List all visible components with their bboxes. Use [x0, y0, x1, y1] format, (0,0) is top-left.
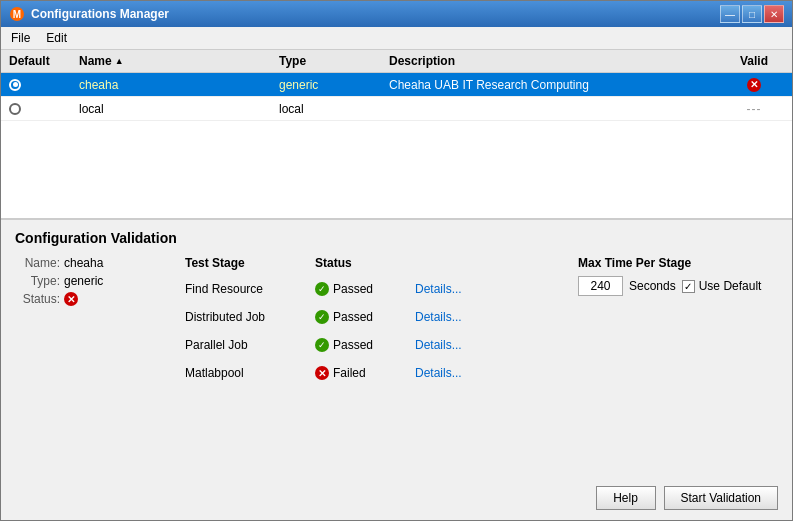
title-bar: M Configurations Manager — □ ✕ — [1, 1, 792, 27]
stage-row: Parallel Job ✓ Passed Details... — [185, 334, 578, 356]
row2-valid: --- — [724, 102, 784, 116]
details-link-1[interactable]: Details... — [415, 310, 462, 324]
max-time-row: Seconds ✓ Use Default — [578, 276, 778, 296]
menu-file[interactable]: File — [5, 29, 36, 47]
app-icon: M — [9, 6, 25, 22]
row1-name: cheaha — [79, 78, 279, 92]
stage-status-2: ✓ Passed — [315, 338, 415, 352]
check-icon: ✓ — [315, 282, 329, 296]
max-time-label: Max Time Per Stage — [578, 256, 778, 270]
stage-row: Distributed Job ✓ Passed Details... — [185, 306, 578, 328]
row2-default — [9, 103, 79, 115]
window-controls: — □ ✕ — [720, 5, 784, 23]
use-default-label: Use Default — [699, 279, 762, 293]
row1-type: generic — [279, 78, 389, 92]
config-table: Default Name ▲ Type Description Valid ch… — [1, 50, 792, 220]
row1-valid: ✕ — [724, 78, 784, 92]
menu-bar: File Edit — [1, 27, 792, 50]
stage-name-1: Distributed Job — [185, 310, 315, 324]
status-label: Status: — [15, 292, 60, 306]
validation-body: Name: cheaha Type: generic Status: ✕ Tes… — [15, 256, 778, 510]
validation-section: Configuration Validation Name: cheaha Ty… — [1, 220, 792, 520]
type-label: Type: — [15, 274, 60, 288]
stage-status-text-2: Passed — [333, 338, 373, 352]
max-time-input[interactable] — [578, 276, 623, 296]
info-name-row: Name: cheaha — [15, 256, 175, 270]
name-value: cheaha — [64, 256, 103, 270]
status-error-icon: ✕ — [64, 292, 78, 306]
row1-desc: Cheaha UAB IT Research Computing — [389, 78, 724, 92]
close-button[interactable]: ✕ — [764, 5, 784, 23]
right-panel: Max Time Per Stage Seconds ✓ Use Default… — [578, 256, 778, 510]
header-default: Default — [9, 54, 79, 68]
info-status-row: Status: ✕ — [15, 292, 175, 306]
header-desc: Description — [389, 54, 724, 68]
stage-details-3[interactable]: Details... — [415, 366, 495, 380]
check-icon: ✓ — [315, 338, 329, 352]
sort-arrow-icon: ▲ — [115, 56, 124, 66]
row1-default — [9, 79, 79, 91]
stage-status-0: ✓ Passed — [315, 282, 415, 296]
table-row[interactable]: cheaha generic Cheaha UAB IT Research Co… — [1, 73, 792, 97]
maximize-button[interactable]: □ — [742, 5, 762, 23]
stage-details-2[interactable]: Details... — [415, 338, 495, 352]
stage-details-1[interactable]: Details... — [415, 310, 495, 324]
stage-header: Test Stage Status — [185, 256, 578, 272]
stage-col-details-header — [415, 256, 495, 270]
svg-text:M: M — [13, 9, 21, 20]
details-link-2[interactable]: Details... — [415, 338, 462, 352]
stage-status-text-0: Passed — [333, 282, 373, 296]
details-link-3[interactable]: Details... — [415, 366, 462, 380]
dash-icon: --- — [747, 102, 762, 116]
stage-name-3: Matlabpool — [185, 366, 315, 380]
radio-unselected-icon — [9, 103, 21, 115]
stage-status-text-3: Failed — [333, 366, 366, 380]
table-row[interactable]: local local --- — [1, 97, 792, 121]
validation-info: Name: cheaha Type: generic Status: ✕ — [15, 256, 175, 510]
table-header-row: Default Name ▲ Type Description Valid — [1, 50, 792, 73]
minimize-button[interactable]: — — [720, 5, 740, 23]
main-window: M Configurations Manager — □ ✕ File Edit… — [0, 0, 793, 521]
stage-row: Matlabpool ✕ Failed Details... — [185, 362, 578, 384]
title-bar-left: M Configurations Manager — [9, 6, 169, 22]
start-validation-button[interactable]: Start Validation — [664, 486, 779, 510]
stage-status-text-1: Passed — [333, 310, 373, 324]
stage-col-name-header: Test Stage — [185, 256, 315, 270]
row2-name: local — [79, 102, 279, 116]
radio-selected-icon — [9, 79, 21, 91]
window-title: Configurations Manager — [31, 7, 169, 21]
menu-edit[interactable]: Edit — [40, 29, 73, 47]
stage-status-3: ✕ Failed — [315, 366, 415, 380]
seconds-label: Seconds — [629, 279, 676, 293]
type-value: generic — [64, 274, 103, 288]
header-valid: Valid — [724, 54, 784, 68]
info-type-row: Type: generic — [15, 274, 175, 288]
name-label: Name: — [15, 256, 60, 270]
validation-title: Configuration Validation — [15, 230, 778, 246]
error-icon: ✕ — [747, 78, 761, 92]
header-name: Name ▲ — [79, 54, 279, 68]
test-stages: Test Stage Status Find Resource ✓ Passed… — [175, 256, 578, 510]
details-link-0[interactable]: Details... — [415, 282, 462, 296]
stage-name-0: Find Resource — [185, 282, 315, 296]
stage-col-status-header: Status — [315, 256, 415, 270]
use-default-checkbox-row: ✓ Use Default — [682, 279, 762, 293]
stage-name-2: Parallel Job — [185, 338, 315, 352]
stage-row: Find Resource ✓ Passed Details... — [185, 278, 578, 300]
bottom-buttons: Help Start Validation — [596, 478, 779, 510]
stage-details-0[interactable]: Details... — [415, 282, 495, 296]
help-button[interactable]: Help — [596, 486, 656, 510]
stage-status-1: ✓ Passed — [315, 310, 415, 324]
check-icon: ✓ — [315, 310, 329, 324]
row2-type: local — [279, 102, 389, 116]
use-default-checkbox[interactable]: ✓ — [682, 280, 695, 293]
error-icon: ✕ — [315, 366, 329, 380]
header-type: Type — [279, 54, 389, 68]
